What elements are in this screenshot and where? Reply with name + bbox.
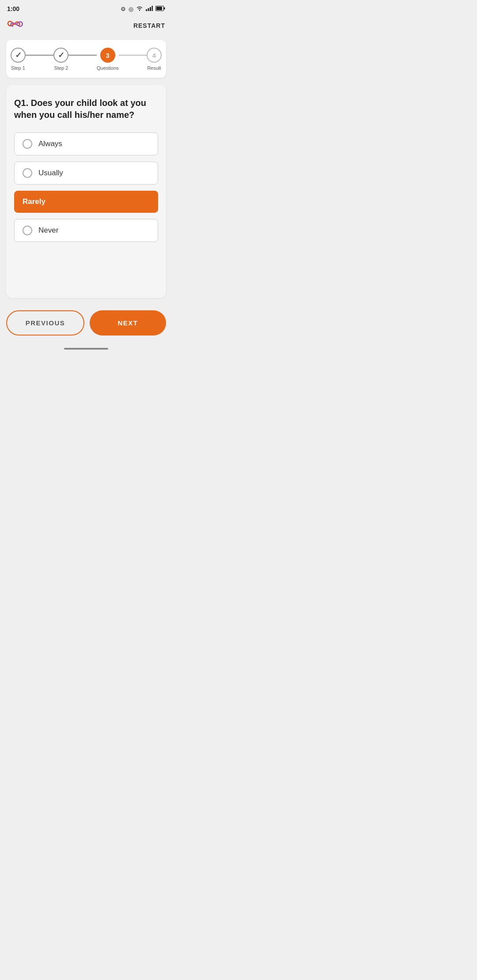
restart-button[interactable]: RESTART <box>133 22 165 29</box>
step-item-step1: ✓ Step 1 <box>11 48 26 71</box>
status-time: 1:00 <box>7 5 19 12</box>
stepper-row: ✓ Step 1 ✓ Step 2 3 Questions 4 Resul <box>11 48 162 71</box>
step-item-result: 4 Result <box>147 48 162 71</box>
svg-rect-3 <box>152 6 153 11</box>
option-always[interactable]: Always <box>14 132 158 155</box>
step-item-step2: ✓ Step 2 <box>53 48 68 71</box>
svg-rect-5 <box>156 7 162 10</box>
top-bar: RESTART <box>0 16 172 35</box>
status-icons: ⚙ ◎ <box>121 6 165 12</box>
home-indicator <box>0 348 172 353</box>
step-line-2 <box>68 55 96 56</box>
step1-label: Step 1 <box>11 65 25 71</box>
step2-check-icon: ✓ <box>58 50 64 60</box>
step-line-3 <box>119 55 147 56</box>
option-rarely[interactable]: Rarely <box>14 191 158 213</box>
option-label-never: Never <box>38 226 58 235</box>
option-usually[interactable]: Usually <box>14 162 158 185</box>
step-item-questions: 3 Questions <box>97 48 119 71</box>
questions-number: 3 <box>106 52 110 59</box>
settings-icon: ⚙ <box>121 6 126 12</box>
step1-check-icon: ✓ <box>15 50 22 60</box>
location-icon: ◎ <box>129 6 133 12</box>
step-line-1 <box>26 55 53 56</box>
step-circle-step1: ✓ <box>11 48 26 63</box>
option-radio-never <box>23 226 32 235</box>
step-circle-result: 4 <box>147 48 162 63</box>
signal-icon <box>146 6 153 12</box>
bottom-bar: PREVIOUS NEXT <box>0 304 172 348</box>
option-label-always: Always <box>38 139 62 148</box>
step-circle-questions: 3 <box>100 48 115 63</box>
question-card: Q1. Does your child look at you when you… <box>6 85 166 298</box>
option-label-usually: Usually <box>38 169 63 177</box>
status-bar: 1:00 ⚙ ◎ <box>0 0 172 16</box>
questions-label: Questions <box>97 65 119 71</box>
svg-rect-1 <box>148 8 149 11</box>
svg-rect-2 <box>150 7 151 11</box>
result-label: Result <box>147 65 161 71</box>
app-logo <box>7 19 26 33</box>
svg-rect-6 <box>164 7 165 9</box>
next-button[interactable]: NEXT <box>90 310 166 335</box>
option-never[interactable]: Never <box>14 219 158 242</box>
stepper-card: ✓ Step 1 ✓ Step 2 3 Questions 4 Resul <box>6 40 166 78</box>
option-radio-always <box>23 139 32 149</box>
battery-icon <box>155 6 165 12</box>
wifi-icon <box>136 6 143 12</box>
step-circle-step2: ✓ <box>53 48 68 63</box>
step2-label: Step 2 <box>54 65 68 71</box>
option-label-rarely: Rarely <box>23 197 45 206</box>
result-number: 4 <box>152 52 156 59</box>
question-text: Q1. Does your child look at you when you… <box>14 97 158 121</box>
home-bar <box>64 348 108 350</box>
svg-rect-0 <box>146 9 147 11</box>
option-radio-usually <box>23 168 32 178</box>
previous-button[interactable]: PREVIOUS <box>6 310 84 335</box>
